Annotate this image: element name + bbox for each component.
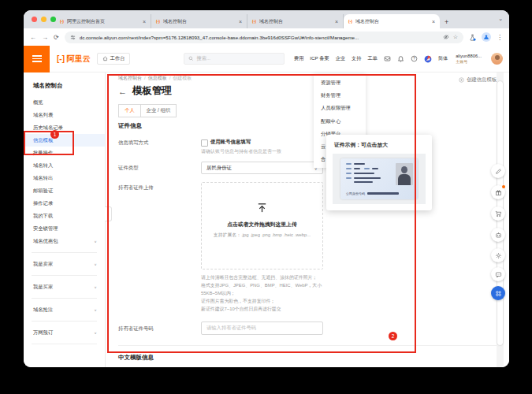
chevron-down-icon: ∨ [94,282,97,292]
nav-support[interactable]: 支持 [352,55,361,62]
cert-type-select[interactable]: 居民身份证 ∨ [201,162,323,174]
annotation-badge-2: 2 [389,332,397,340]
sidebar-item-overview[interactable]: 概览 [24,96,105,109]
sidebar-item-preorder[interactable]: 万网预订∨ [24,326,105,339]
message-panel-icon[interactable] [384,55,391,62]
colorful-globe-icon[interactable] [424,55,432,63]
menu-item-finance[interactable]: 财务管理 [314,89,366,102]
robot-icon [495,232,502,239]
sidebar-item-batch[interactable]: 批量操作 [24,147,105,159]
minimize-window-button[interactable] [41,17,47,22]
cert-sample-title: 证件示例：可点击放大 [326,135,432,149]
main-content: 域名控制台/信息模板/创建模板 创建信息模板 ← 模板管理 个人 企业 / 组织… [106,72,509,367]
sidebar-item-transfer-in[interactable]: 域名转入 [24,159,105,172]
nav-billing[interactable]: 费用 [294,55,303,62]
user-block[interactable]: aliyun8806... 主账号 [456,54,482,64]
cert-upload-dropzone[interactable]: 点击或者文件拖拽到这里上传 支持扩展名：.jpg .jpeg .png .bmp… [201,182,323,269]
console-header: [-] 阿里云 工作台 搜索... 费用 ICP 备案 企业 支持 工单 ? 简… [24,46,509,72]
sidebar-item-email-verify[interactable]: 邮箱验证 [24,184,105,197]
notification-dot [502,185,505,188]
sidebar-collapse-handle[interactable]: ‹ [105,206,112,221]
sidebar-item-security-lock[interactable]: 安全锁管理 [24,222,105,235]
menu-item-resource[interactable]: 资源管理 [314,76,366,89]
fill-mode-label: 信息填写方式 [118,139,148,147]
cert-no-input[interactable]: 请输入持有者证件号码 [201,322,323,335]
new-tab-button[interactable]: + [445,18,448,26]
bookmark-star-icon[interactable]: ☆ [453,34,458,40]
chrome-profile-avatar[interactable] [482,32,491,42]
browser-tab[interactable]: (-) 域名控制台 × [247,14,344,28]
sidebar-item-buyer[interactable]: 我是买家∨ [24,281,105,293]
cert-sample-popup: 证件示例：可点击放大 公民身份号码 [326,135,432,210]
header-nav: 费用 ICP 备案 企业 支持 工单 ? 简体 aliyun8806... 主账… [294,53,509,65]
experiments-flask-icon[interactable] [469,34,476,41]
breadcrumb-item[interactable]: 域名控制台 [118,76,142,80]
use-account-info-checkbox[interactable] [201,139,208,147]
cert-sample-image[interactable]: 公民身份号码 [333,154,426,204]
breadcrumb-item[interactable]: 信息模板 [148,76,167,80]
page-title-row: ← 模板管理 [118,84,172,98]
browser-tab[interactable]: (-) 域名控制台 × [151,14,247,28]
tab-title: 域名控制台 [259,18,333,25]
help-icon[interactable]: ? [411,55,418,62]
sidebar-item-info-template[interactable]: 信息模板 [24,134,105,147]
aliyun-logo[interactable]: [-] 阿里云 [57,54,91,65]
close-window-button[interactable] [32,17,37,22]
search-icon [188,56,194,61]
chat-button[interactable] [491,267,505,281]
settings-button[interactable] [491,248,505,262]
sidebar-item-seller[interactable]: 我是卖家∨ [24,258,105,270]
back-icon[interactable]: ← [30,34,36,41]
tab-search-chevron-icon[interactable]: ⌄ [498,16,503,22]
sidebar-item-history[interactable]: 历史域名记录 [24,121,105,134]
aliyun-favicon: (-) [252,19,256,24]
close-tab-icon[interactable]: × [239,19,242,24]
checkbox-label[interactable]: 使用账号信息填写 [210,139,251,146]
apps-launcher-button[interactable] [491,286,505,300]
apps-grid-icon [495,290,502,297]
menu-item-ram[interactable]: 人员权限管理 [314,102,366,114]
sidebar-item-domain-list[interactable]: 域名列表 [24,109,105,121]
close-tab-icon[interactable]: × [143,19,146,24]
sidebar-item-op-record[interactable]: 操作记录 [24,197,105,210]
menu-item-quota[interactable]: 配额中心 [314,115,366,128]
divider [32,344,97,344]
nav-icp[interactable]: ICP 备案 [310,55,329,62]
sidebar-item-downloads[interactable]: 我的下载 [24,210,105,222]
close-tab-icon[interactable]: × [335,19,338,24]
feedback-pencil-button[interactable] [491,164,505,178]
assistant-button[interactable] [491,228,505,242]
template-type-tabs: 个人 企业 / 组织 [118,104,177,117]
reload-icon[interactable]: ⟳ [54,34,59,41]
sidebar-item-coupon-pack[interactable]: 域名优惠包∨ [24,235,105,247]
chrome-menu-icon[interactable]: ⋮ [497,34,503,41]
nav-enterprise[interactable]: 企业 [336,55,345,62]
lang-switch[interactable]: 简体 [438,55,448,62]
workbench-button[interactable]: 工作台 [97,53,131,65]
user-avatar[interactable] [491,53,503,65]
eye-off-icon[interactable] [443,34,449,40]
forward-icon[interactable]: → [42,34,48,41]
hamburger-menu-button[interactable] [24,46,50,72]
omnibox[interactable]: dc.console.aliyun.com/next/index?spm=517… [65,32,463,43]
promotion-gift-button[interactable] [491,185,505,199]
sidebar-item-transfer-out[interactable]: 域名转出 [24,172,105,184]
browser-tab[interactable]: (-) 阿里云控制台首页 × [55,14,151,28]
upload-ext-text: 支持扩展名：.jpg .jpeg .png .bmp .heic .webp..… [214,232,311,239]
zoom-window-button[interactable] [50,17,56,22]
browser-window: (-) 阿里云控制台首页 × (-) 域名控制台 × (-) 域名控制台 × (… [24,10,509,367]
sidebar-item-backorder[interactable]: 域名抢注∨ [24,303,105,316]
tab-title: 域名控制台 [163,18,236,25]
aliyun-favicon: (-) [156,19,160,24]
browser-tab-active[interactable]: (-) 域名控制台 × [344,14,440,28]
tab-enterprise[interactable]: 企业 / 组织 [140,104,177,117]
nav-ticket[interactable]: 工单 [367,55,377,62]
back-arrow-icon[interactable]: ← [118,87,127,96]
close-tab-icon[interactable]: × [432,19,435,24]
create-template-link[interactable]: 创建信息模板 [459,76,497,84]
header-search-input[interactable]: 搜索... [184,53,285,65]
tab-personal[interactable]: 个人 [118,104,140,117]
cart-button[interactable] [491,206,505,221]
notification-bell-icon[interactable] [397,55,404,62]
id-card-sample: 公民身份号码 [340,158,418,199]
